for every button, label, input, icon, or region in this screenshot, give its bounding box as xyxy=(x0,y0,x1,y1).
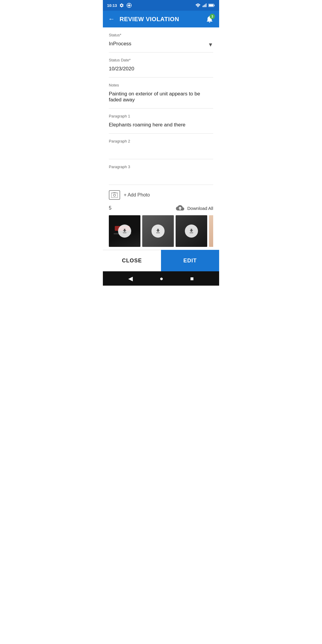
photo-thumb-3[interactable] xyxy=(176,215,207,247)
photo-2-overlay xyxy=(142,215,174,247)
back-icon: ← xyxy=(108,15,115,23)
download-all-label: Download All xyxy=(187,206,213,211)
nav-back-button[interactable]: ◀ xyxy=(128,275,133,282)
notification-button[interactable]: 3 xyxy=(204,14,215,24)
svg-rect-7 xyxy=(206,4,206,7)
page-title: REVIEW VIOLATION xyxy=(120,16,179,23)
back-button[interactable]: ← xyxy=(107,14,116,24)
photos-grid xyxy=(109,215,213,250)
nav-bar: ◀ ● ■ xyxy=(103,271,219,286)
download-all-button[interactable]: Download All xyxy=(175,204,213,212)
download-circle-2 xyxy=(151,225,165,238)
paragraph2-label: Paragraph 2 xyxy=(109,139,213,143)
form-content: Status* InProcess ▼ Status Date* 10/23/2… xyxy=(103,27,219,250)
svg-rect-10 xyxy=(209,4,213,7)
status-dropdown[interactable]: InProcess ▼ xyxy=(109,40,213,50)
notes-field-group: Notes Painting on exterior of unit appea… xyxy=(109,78,213,108)
status-bar-right xyxy=(195,3,215,7)
status-date-value: 10/23/2020 xyxy=(109,65,213,75)
paragraph1-label: Paragraph 1 xyxy=(109,114,213,118)
paragraph3-field-group: Paragraph 3 xyxy=(109,159,213,185)
vpn-icon xyxy=(126,3,132,8)
nav-recents-button[interactable]: ■ xyxy=(190,275,194,282)
paragraph1-value: Elephants roaming here and there xyxy=(109,121,213,131)
download-circle-3 xyxy=(185,225,198,238)
nav-home-icon: ● xyxy=(160,275,163,282)
nav-recents-icon: ■ xyxy=(190,275,194,282)
paragraph2-field-group: Paragraph 2 xyxy=(109,134,213,159)
photo-3-overlay xyxy=(176,215,207,247)
svg-rect-6 xyxy=(205,4,205,7)
notes-value: Painting on exterior of unit appears to … xyxy=(109,90,213,106)
status-time: 10:13 xyxy=(107,3,117,8)
status-label: Status* xyxy=(109,33,213,37)
add-photo-row[interactable]: + Add Photo xyxy=(109,185,213,203)
status-value: InProcess xyxy=(109,40,131,50)
photo-thumb-4[interactable] xyxy=(209,215,213,247)
notes-label: Notes xyxy=(109,83,213,87)
battery-icon xyxy=(208,4,215,7)
photo-placeholder-icon xyxy=(109,190,120,200)
edit-button[interactable]: EDIT xyxy=(161,250,219,271)
close-button[interactable]: CLOSE xyxy=(103,250,161,271)
svg-rect-11 xyxy=(111,193,118,198)
photos-count: 5 xyxy=(109,205,112,211)
photos-meta-row: 5 Download All xyxy=(109,203,213,215)
photo-thumb-1[interactable] xyxy=(109,215,140,247)
add-photo-label: + Add Photo xyxy=(124,192,150,198)
download-circle-1 xyxy=(118,225,131,238)
download-cloud-icon xyxy=(175,204,185,212)
svg-rect-9 xyxy=(214,5,215,6)
gear-icon xyxy=(119,3,124,8)
nav-home-button[interactable]: ● xyxy=(160,275,163,282)
top-bar: ← REVIEW VIOLATION 3 xyxy=(103,11,219,27)
svg-point-12 xyxy=(113,194,115,196)
paragraph3-value xyxy=(109,171,213,182)
status-date-label: Status Date* xyxy=(109,58,213,62)
photo-4-bg xyxy=(209,215,213,247)
signal-icon xyxy=(202,3,207,7)
status-field-group: Status* InProcess ▼ xyxy=(109,27,213,52)
bottom-bar: CLOSE EDIT xyxy=(103,250,219,271)
svg-rect-4 xyxy=(203,6,203,7)
paragraph3-label: Paragraph 3 xyxy=(109,165,213,169)
photo-1-overlay xyxy=(109,215,140,247)
wifi-icon xyxy=(195,3,201,7)
chevron-down-icon: ▼ xyxy=(208,42,213,48)
status-bar: 10:13 xyxy=(103,0,219,11)
paragraph1-field-group: Paragraph 1 Elephants roaming here and t… xyxy=(109,109,213,133)
status-bar-left: 10:13 xyxy=(107,3,132,8)
notification-badge: 3 xyxy=(210,14,215,19)
nav-back-icon: ◀ xyxy=(128,275,133,282)
paragraph2-value xyxy=(109,146,213,157)
svg-rect-5 xyxy=(204,5,204,7)
photo-thumb-2[interactable] xyxy=(142,215,174,247)
status-date-field-group: Status Date* 10/23/2020 xyxy=(109,52,213,77)
top-bar-left: ← REVIEW VIOLATION xyxy=(107,14,179,24)
